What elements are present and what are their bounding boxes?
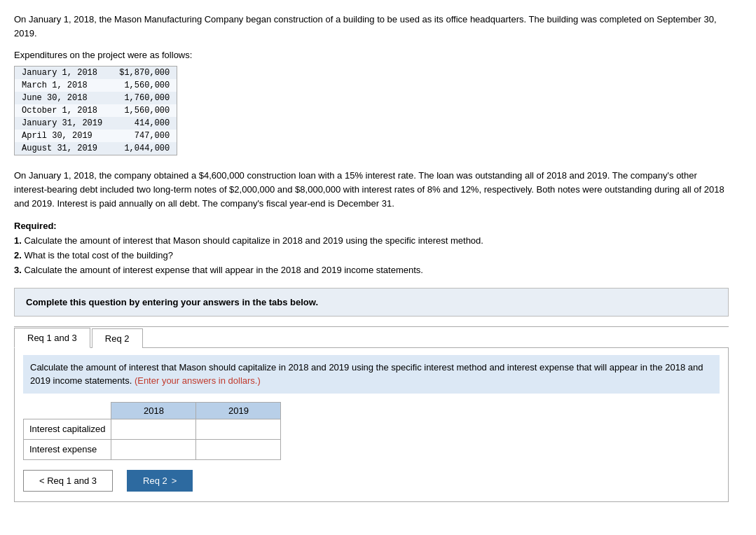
interest-expense-2018-input[interactable] (111, 440, 195, 459)
required-title: Required: (14, 221, 742, 231)
required-item-3: 3. Calculate the amount of interest expe… (14, 263, 742, 278)
col-2018-header: 2018 (111, 402, 196, 419)
intro-paragraph1: On January 1, 2018, the Mason Manufactur… (14, 13, 729, 40)
interest-expense-2019-input[interactable] (196, 440, 280, 459)
interest-input-table: 2018 2019 Interest capitalizedInterest e… (23, 402, 281, 460)
next-arrow: > (172, 475, 177, 486)
tab-row: Req 1 and 3 Req 2 (14, 327, 729, 348)
tabs-container: Req 1 and 3 Req 2 Calculate the amount o… (14, 326, 729, 502)
required-item-1: 1. Calculate the amount of interest that… (14, 234, 742, 249)
tab-description-highlight: (Enter your answers in dollars.) (135, 375, 261, 386)
col-2019-header: 2019 (196, 402, 281, 419)
expenditure-table: January 1, 2018$1,870,000March 1, 20181,… (14, 66, 177, 155)
complete-box: Complete this question by entering your … (14, 288, 729, 317)
tab-req1and3[interactable]: Req 1 and 3 (14, 328, 90, 348)
next-button[interactable]: Req 2 > (127, 470, 193, 492)
expenditures-label: Expenditures on the project were as foll… (14, 50, 742, 60)
bottom-nav: < Req 1 and 3 Req 2 > (23, 470, 720, 492)
tab-content: Calculate the amount of interest that Ma… (14, 348, 729, 502)
interest-capitalized-2019-input[interactable] (196, 419, 280, 439)
row-label-1: Interest expense (24, 439, 111, 459)
tab-req2[interactable]: Req 2 (92, 328, 143, 348)
intro-paragraph2: On January 1, 2018, the company obtained… (14, 169, 729, 211)
prev-button[interactable]: < Req 1 and 3 (23, 470, 113, 492)
row-label-0: Interest capitalized (24, 419, 111, 439)
required-section: Required: 1. Calculate the amount of int… (14, 221, 742, 277)
interest-capitalized-2018-input[interactable] (111, 419, 195, 439)
required-item-2: 2. What is the total cost of the buildin… (14, 249, 742, 263)
tab-description: Calculate the amount of interest that Ma… (23, 355, 720, 394)
